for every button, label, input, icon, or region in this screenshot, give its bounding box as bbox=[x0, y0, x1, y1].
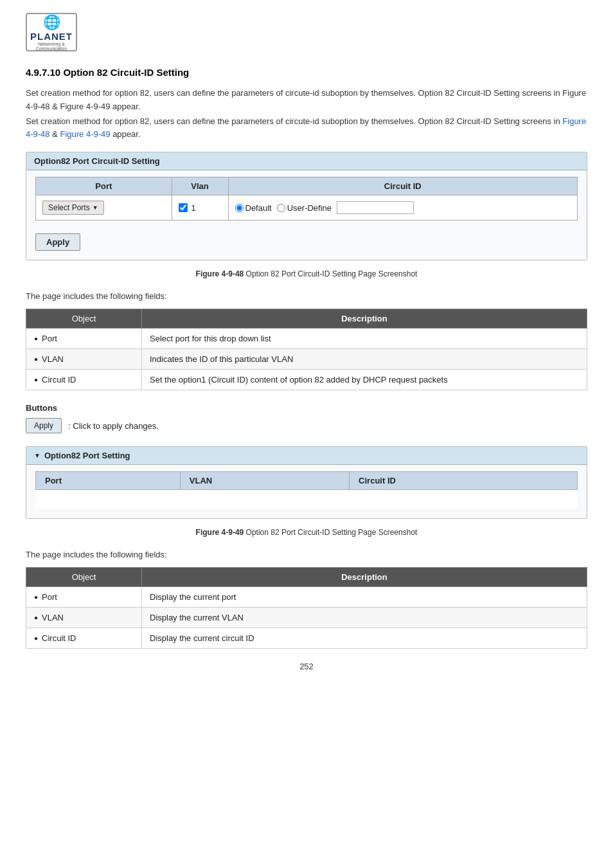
obj-vlan-2: ● VLAN bbox=[26, 607, 142, 628]
col-vlan-header: Vlan bbox=[172, 177, 228, 195]
figure-caption-48-bold: Figure 4-9-48 bbox=[196, 269, 244, 278]
col-port-header: Port bbox=[36, 177, 172, 195]
figure-caption-48-desc: Option 82 Port Circuit-ID Setting Page S… bbox=[246, 269, 418, 278]
empty-vlan-cell bbox=[180, 490, 349, 509]
col-circuit-header: Circuit ID bbox=[228, 177, 578, 195]
includes-text-2: The page includes the following fields: bbox=[26, 550, 587, 559]
desc-col-object-1: Object bbox=[26, 309, 142, 329]
panel2-body: Port VLAN Circuit ID bbox=[26, 465, 587, 518]
logo-sub: Networking & Communication bbox=[30, 42, 73, 51]
figure-caption-48: Figure 4-9-48 Option 82 Port Circuit-ID … bbox=[26, 269, 587, 278]
includes-text-1: The page includes the following fields: bbox=[26, 291, 587, 301]
desc-table-2: Object Description ● Port Display the cu… bbox=[26, 567, 587, 649]
panel1: Option82 Port Circuit-ID Setting Port Vl… bbox=[26, 152, 587, 260]
table-row: Select Ports ▼ 1 bbox=[36, 195, 578, 221]
table-row: ● Circuit ID Display the current circuit… bbox=[26, 628, 587, 648]
section-heading: 4.9.7.10 Option 82 Circuit-ID Setting bbox=[26, 67, 587, 78]
table-row: ● Port Display the current port bbox=[26, 586, 587, 607]
desc-vlan-1: Indicates the ID of this particular VLAN bbox=[142, 349, 587, 370]
panel1-body: Port Vlan Circuit ID Select Ports ▼ bbox=[26, 170, 587, 260]
panel2: ▼ Option82 Port Setting Port VLAN Circui… bbox=[26, 446, 587, 519]
empty-port-cell bbox=[36, 490, 181, 509]
vlan-cell: 1 bbox=[172, 195, 228, 221]
obj-circuit-2: ● Circuit ID bbox=[26, 628, 142, 648]
chevron-down-icon: ▼ bbox=[93, 204, 98, 211]
buttons-section-label: Buttons bbox=[26, 403, 587, 413]
bullet-icon: ● bbox=[34, 376, 38, 383]
panel1-header: Option82 Port Circuit-ID Setting bbox=[26, 152, 587, 170]
col2-vlan-header: VLAN bbox=[180, 472, 349, 490]
logo-area: 🌐 PLANET Networking & Communication bbox=[26, 13, 587, 51]
obj-port-2: ● Port bbox=[26, 586, 142, 607]
logo-globe-icon: 🌐 bbox=[43, 14, 60, 31]
desc-vlan-2: Display the current VLAN bbox=[142, 607, 587, 628]
desc-table-1: Object Description ● Port Select port fo… bbox=[26, 309, 587, 390]
empty-circuit-cell bbox=[350, 490, 578, 509]
figure-caption-49-desc: Option 82 Port Circuit-ID Setting Page S… bbox=[246, 528, 418, 537]
desc-col-description-2: Description bbox=[142, 567, 587, 586]
obj-circuit-label-2: Circuit ID bbox=[42, 633, 76, 643]
radio-user-define[interactable] bbox=[277, 204, 285, 212]
panel1-title: Option82 Port Circuit-ID Setting bbox=[34, 156, 160, 166]
vlan-checkbox[interactable] bbox=[179, 203, 188, 212]
obj-port-1: ● Port bbox=[26, 329, 142, 349]
col2-circuit-header: Circuit ID bbox=[350, 472, 578, 490]
buttons-row: Apply : Click to apply changes. bbox=[26, 418, 587, 433]
select-ports-label: Select Ports bbox=[48, 203, 90, 212]
obj-circuit-label-1: Circuit ID bbox=[42, 375, 76, 384]
bullet-icon: ● bbox=[34, 593, 38, 601]
apply-button-standalone[interactable]: Apply bbox=[26, 418, 62, 433]
desc-circuit-1: Set the option1 (Circuit ID) content of … bbox=[142, 370, 587, 390]
radio-user-define-text: User-Define bbox=[287, 203, 332, 213]
arrow-icon: ▼ bbox=[34, 452, 40, 459]
col2-port-header: Port bbox=[36, 472, 181, 490]
obj-port-label-1: Port bbox=[42, 334, 57, 343]
desc-col-description-1: Description bbox=[142, 309, 587, 329]
intro-paragraph-links: Set creation method for option 82, users… bbox=[26, 115, 587, 142]
desc-col-object-2: Object bbox=[26, 567, 142, 586]
intro-paragraph: Set creation method for option 82, users… bbox=[26, 87, 587, 114]
radio-default-label[interactable]: Default bbox=[235, 203, 272, 213]
setting-table1: Port Vlan Circuit ID Select Ports ▼ bbox=[35, 177, 578, 221]
port-cell: Select Ports ▼ bbox=[36, 195, 172, 221]
radio-default[interactable] bbox=[235, 204, 244, 212]
radio-user-define-label[interactable]: User-Define bbox=[277, 203, 332, 213]
table-row: ● VLAN Display the current VLAN bbox=[26, 607, 587, 628]
table-row: ● Port Select port for this drop down li… bbox=[26, 329, 587, 349]
bullet-icon: ● bbox=[34, 635, 38, 642]
radio-default-text: Default bbox=[245, 203, 272, 213]
user-define-input[interactable] bbox=[337, 201, 414, 214]
obj-vlan-1: ● VLAN bbox=[26, 349, 142, 370]
figure-caption-49: Figure 4-9-49 Option 82 Port Circuit-ID … bbox=[26, 528, 587, 537]
bullet-icon: ● bbox=[34, 356, 38, 363]
circuit-cell: Default User-Define bbox=[228, 195, 578, 221]
table-row bbox=[36, 490, 578, 509]
figure-link-49[interactable]: Figure 4-9-49 bbox=[60, 129, 110, 139]
obj-vlan-label-2: VLAN bbox=[42, 613, 64, 622]
table-row: ● VLAN Indicates the ID of this particul… bbox=[26, 349, 587, 370]
figure-caption-49-bold: Figure 4-9-49 bbox=[196, 528, 244, 537]
apply-desc: : Click to apply changes. bbox=[68, 421, 159, 431]
intro-text-part1: Set creation method for option 82, users… bbox=[26, 88, 586, 111]
apply-button-1[interactable]: Apply bbox=[35, 233, 80, 251]
logo-box: 🌐 PLANET Networking & Communication bbox=[26, 13, 77, 51]
desc-port-2: Display the current port bbox=[142, 586, 587, 607]
bullet-icon: ● bbox=[34, 335, 38, 342]
select-ports-button[interactable]: Select Ports ▼ bbox=[42, 201, 104, 215]
table-row: ● Circuit ID Set the option1 (Circuit ID… bbox=[26, 370, 587, 390]
obj-vlan-label-1: VLAN bbox=[42, 354, 64, 364]
page-number: 252 bbox=[26, 662, 587, 671]
desc-circuit-2: Display the current circuit ID bbox=[142, 628, 587, 648]
obj-port-label-2: Port bbox=[42, 592, 57, 602]
logo-brand: PLANET bbox=[30, 31, 73, 42]
setting-table2: Port VLAN Circuit ID bbox=[35, 471, 578, 509]
panel2-header: ▼ Option82 Port Setting bbox=[26, 447, 587, 465]
bullet-icon: ● bbox=[34, 614, 38, 621]
vlan-value: 1 bbox=[191, 203, 196, 213]
desc-port-1: Select port for this drop down list bbox=[142, 329, 587, 349]
obj-circuit-1: ● Circuit ID bbox=[26, 370, 142, 390]
panel2-title: Option82 Port Setting bbox=[44, 451, 130, 460]
